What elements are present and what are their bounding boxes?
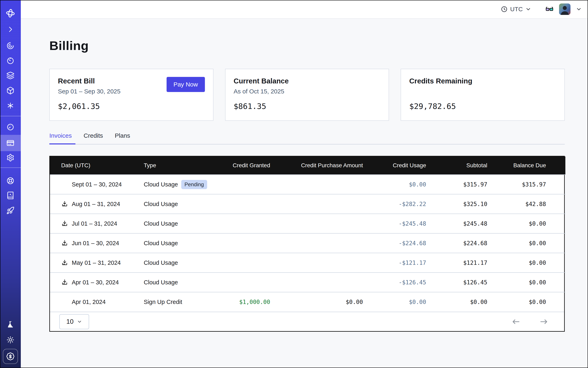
download-invoice-button[interactable] bbox=[61, 279, 68, 286]
tab-invoices[interactable]: Invoices bbox=[49, 132, 72, 144]
chevron-down-icon bbox=[576, 6, 582, 12]
invoice-type: Sign Up Credit bbox=[144, 299, 182, 305]
invoice-date: Apr 01, 2024 bbox=[72, 299, 106, 305]
logo-icon bbox=[6, 8, 15, 18]
tab-credits[interactable]: Credits bbox=[84, 132, 103, 144]
invoice-date: Sept 01 – 30, 2024 bbox=[72, 181, 122, 188]
credit-purchase bbox=[270, 214, 363, 233]
avatar[interactable] bbox=[559, 3, 570, 15]
credit-purchase bbox=[270, 233, 363, 253]
credit-granted bbox=[215, 214, 270, 233]
credit-granted bbox=[215, 233, 270, 253]
page-size-value: 10 bbox=[66, 318, 74, 325]
credit-usage: $0.00 bbox=[363, 292, 426, 312]
sidebar bbox=[0, 0, 21, 368]
sidebar-item-logo[interactable] bbox=[0, 5, 21, 21]
sidebar-item-theme[interactable] bbox=[0, 332, 21, 348]
billing-tabs: Invoices Credits Plans bbox=[49, 132, 565, 144]
box-icon bbox=[6, 86, 15, 95]
download-invoice-button[interactable] bbox=[61, 259, 68, 266]
col-subtotal: Subtotal bbox=[426, 156, 487, 175]
sidebar-item-support[interactable] bbox=[0, 173, 21, 189]
sidebar-item-labs[interactable] bbox=[0, 317, 21, 333]
invoice-type: Cloud Usage bbox=[144, 220, 178, 227]
next-page-button[interactable] bbox=[539, 317, 548, 326]
subtotal: $0.00 bbox=[426, 292, 487, 312]
sidebar-item-orbit[interactable] bbox=[0, 37, 21, 54]
sidebar-item-timer[interactable] bbox=[0, 53, 21, 69]
subtotal: $224.68 bbox=[426, 233, 487, 253]
download-icon bbox=[61, 259, 68, 266]
credit-usage: $0.00 bbox=[363, 175, 426, 194]
timezone-label: UTC bbox=[510, 6, 523, 13]
invoice-type: Cloud Usage bbox=[144, 201, 178, 207]
credit-granted bbox=[215, 273, 270, 292]
card-subtitle: As of Oct 15, 2025 bbox=[234, 88, 289, 96]
lifebuoy-icon bbox=[6, 177, 15, 185]
active-tab-underline bbox=[49, 143, 75, 144]
arrow-left-icon bbox=[512, 317, 521, 326]
status-badge: Pending bbox=[181, 180, 207, 189]
tab-track bbox=[49, 144, 565, 144]
sidebar-item-settings[interactable] bbox=[0, 149, 21, 166]
sidebar-item-asterisk[interactable] bbox=[0, 98, 21, 114]
credit-usage: -$126.45 bbox=[363, 273, 426, 292]
flask-icon bbox=[6, 321, 15, 329]
table-row: Jun 01 – 30, 2024 Cloud Usage -$224.68 $… bbox=[50, 233, 565, 253]
balance-due: $0.00 bbox=[487, 273, 565, 292]
tab-plans[interactable]: Plans bbox=[115, 132, 130, 144]
credit-purchase: $0.00 bbox=[270, 292, 363, 312]
sidebar-item-box[interactable] bbox=[0, 83, 21, 99]
timezone-selector[interactable]: UTC bbox=[501, 6, 531, 13]
page-size-select[interactable]: 10 bbox=[59, 314, 89, 329]
table-row: Jul 01 – 31, 2024 Cloud Usage -$245.48 $… bbox=[50, 214, 565, 233]
account-menu[interactable] bbox=[576, 6, 582, 12]
badge-dollar-icon bbox=[6, 352, 15, 361]
credits-remaining-card: Credits Remaining $29,782.65 bbox=[401, 69, 565, 121]
download-invoice-button[interactable] bbox=[61, 201, 68, 207]
balance-due: $0.00 bbox=[487, 233, 565, 253]
sidebar-item-rocket[interactable] bbox=[0, 202, 21, 219]
arrow-right-icon bbox=[539, 317, 548, 326]
balance-due: $0.00 bbox=[487, 253, 565, 273]
clock-icon bbox=[501, 6, 508, 13]
sidebar-item-docs[interactable] bbox=[0, 187, 21, 203]
invoice-type: Cloud Usage bbox=[144, 181, 178, 188]
sidebar-item-billing[interactable] bbox=[0, 135, 21, 151]
credit-purchase bbox=[270, 253, 363, 273]
orbit-spiral-icon bbox=[6, 42, 15, 50]
invoices-table: Date (UTC) Type Credit Granted Credit Pu… bbox=[49, 156, 565, 332]
credit-purchase bbox=[270, 273, 363, 292]
credit-usage: -$224.68 bbox=[363, 233, 426, 253]
credit-purchase bbox=[270, 175, 363, 194]
topbar: UTC bbox=[21, 0, 588, 19]
sidebar-item-collapse[interactable] bbox=[0, 21, 21, 37]
summary-cards: Recent Bill Sep 01 – Sep 30, 2025 Pay No… bbox=[49, 69, 565, 121]
invoice-date: Jun 01 – 30, 2024 bbox=[72, 240, 119, 247]
card-title: Recent Bill bbox=[58, 77, 120, 85]
download-invoice-button[interactable] bbox=[61, 220, 68, 227]
download-invoice-button[interactable] bbox=[61, 240, 68, 247]
chevron-down-icon bbox=[77, 319, 82, 324]
table-row: Aug 01 – 31, 2024 Cloud Usage -$282.22 $… bbox=[50, 194, 565, 214]
subtotal: $245.48 bbox=[426, 214, 487, 233]
invoice-type: Cloud Usage bbox=[144, 259, 178, 266]
sun-icon bbox=[6, 336, 15, 344]
card-subtitle bbox=[409, 88, 472, 96]
download-icon bbox=[61, 279, 68, 286]
pay-now-button[interactable]: Pay Now bbox=[167, 77, 205, 92]
subtotal: $121.17 bbox=[426, 253, 487, 273]
view-mode-toggle[interactable] bbox=[545, 5, 554, 13]
sidebar-item-credits[interactable] bbox=[0, 348, 21, 365]
invoice-type: Cloud Usage bbox=[144, 279, 178, 286]
credit-granted: $1,000.00 bbox=[215, 292, 270, 312]
prev-page-button[interactable] bbox=[512, 317, 521, 326]
col-credit-granted: Credit Granted bbox=[215, 156, 270, 175]
sidebar-item-usage[interactable] bbox=[0, 119, 21, 135]
table-header-row: Date (UTC) Type Credit Granted Credit Pu… bbox=[50, 156, 565, 175]
sidebar-item-layers[interactable] bbox=[0, 67, 21, 84]
invoice-type: Cloud Usage bbox=[144, 240, 178, 247]
credit-usage: -$121.17 bbox=[363, 253, 426, 273]
card-title: Current Balance bbox=[234, 77, 289, 85]
download-icon bbox=[61, 240, 68, 247]
